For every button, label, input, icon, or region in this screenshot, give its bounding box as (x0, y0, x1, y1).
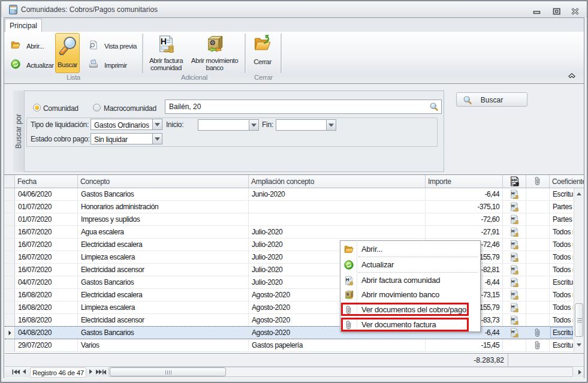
refresh-icon (11, 59, 20, 69)
radio-macrocomunidad[interactable] (93, 104, 101, 111)
next-record-button[interactable] (89, 369, 92, 374)
row-indicator (5, 251, 15, 263)
invoice-icon[interactable] (509, 278, 519, 287)
paperclip-icon[interactable] (533, 340, 542, 350)
imprimir-button[interactable]: Imprimir (89, 59, 140, 73)
scroll-down-icon[interactable] (577, 343, 581, 346)
menu-item[interactable]: Abrir factura comunidad (341, 273, 480, 288)
scroll-left-icon[interactable] (103, 370, 106, 375)
first-record-button[interactable] (12, 369, 20, 375)
horizontal-scroll-thumb[interactable] (110, 367, 226, 376)
vista-previa-button[interactable]: Vista previa (89, 40, 140, 53)
actualizar-button[interactable]: Actualizar (11, 59, 58, 73)
cell-coeficiente: Todos m (550, 314, 573, 326)
cerrar-button[interactable]: Cerrar (245, 33, 281, 73)
menu-item[interactable]: Abrir movimiento banco (341, 288, 480, 302)
table-row[interactable]: 16/07/2020Agua escaleraJulio-2020-27,91T… (5, 226, 573, 239)
cell-factura (503, 251, 526, 263)
fin-select[interactable] (276, 119, 336, 131)
column-header-factura[interactable] (503, 175, 526, 188)
estado-cobro-pago-select[interactable]: Sin liquidar (91, 133, 162, 144)
table-row[interactable]: 16/08/2020Electricidad escaleraAgosto-20… (5, 289, 573, 301)
buscar-por-side-tab[interactable]: Buscar por (13, 91, 25, 172)
cell-coeficiente: Todos m (550, 264, 573, 276)
invoice-icon[interactable] (509, 252, 519, 262)
cell-concepto: Electricidad escalera (78, 289, 249, 301)
group-separator (281, 34, 282, 73)
column-header-fecha[interactable]: Fecha (15, 175, 78, 188)
row-indicator (5, 327, 15, 339)
cell-concepto: Gastos Bancarios (78, 276, 249, 288)
cell-concepto: Electricidad escalera (78, 239, 249, 251)
cell-clip (526, 226, 550, 238)
minimize-button[interactable] (532, 8, 542, 15)
vertical-scrollbar[interactable] (574, 188, 584, 352)
scroll-right-icon[interactable] (578, 370, 581, 375)
table-row[interactable]: 16/07/2020Limpieza escaleraJulio-2020-15… (5, 251, 573, 264)
grid-summary-row: -8.283,82 (5, 353, 584, 366)
invoice-icon[interactable] (509, 290, 519, 300)
table-row[interactable]: 16/08/2020Electricidad ascensorAgosto-20… (5, 314, 573, 327)
table-row[interactable]: 16/07/2020Electricidad escaleraJulio-202… (5, 239, 573, 251)
ribbon-group-label-lista: Lista (5, 74, 142, 82)
buscar-button[interactable]: Buscar (456, 92, 527, 107)
tipo-liquidacion-select[interactable]: Gastos Ordinarios (91, 119, 162, 130)
magnifier-icon (58, 36, 77, 55)
inicio-select[interactable] (198, 119, 259, 131)
close-button[interactable] (570, 8, 580, 15)
column-header-importe[interactable]: Importe (426, 175, 503, 188)
table-row[interactable]: 04/07/2020Gastos BancariosJulio-2020-6,4… (5, 276, 573, 289)
menu-item[interactable]: Abrir... (341, 242, 480, 257)
community-search-input[interactable]: Bailén, 20 (165, 99, 442, 114)
table-row[interactable]: 01/07/2020Impresos y suplidos-72,60Parte… (5, 213, 573, 226)
invoice-icon[interactable] (509, 227, 519, 237)
column-header-clip[interactable] (526, 175, 550, 188)
abrir-factura-button[interactable]: Abrir factura comunidad (142, 33, 190, 73)
abrir-button[interactable]: Abrir... (11, 40, 58, 53)
buscar-ribbon-button[interactable]: Buscar (55, 33, 80, 73)
scroll-up-icon[interactable] (577, 192, 581, 195)
cell-factura (503, 301, 526, 313)
table-row[interactable]: 16/08/2020Limpieza escaleraAgosto-2020-1… (5, 301, 573, 314)
invoice-icon[interactable] (509, 265, 519, 275)
menu-item-label: Abrir movimiento banco (361, 290, 439, 299)
invoice-icon[interactable] (509, 240, 519, 249)
table-row[interactable]: 01/07/2020Honorarios administración-375,… (5, 201, 573, 213)
dropdown-button[interactable] (326, 120, 336, 130)
column-header-concepto[interactable]: Concepto (78, 175, 249, 188)
tab-principal[interactable]: Principal (5, 19, 42, 32)
table-row[interactable]: 29/07/2020VariosGastos papelería-15,45Es… (5, 339, 573, 352)
menu-item[interactable]: Actualizar (341, 258, 480, 272)
indicator-column-header (5, 175, 15, 188)
table-row-selected[interactable]: 04/08/2020Gastos BancariosAgosto-2020-6,… (5, 326, 573, 339)
table-row[interactable]: 16/07/2020Electricidad ascensorJulio-202… (5, 264, 573, 276)
cell-clip (526, 201, 550, 213)
cell-clip (526, 264, 550, 276)
column-header-coeficiente[interactable]: Coeficiente (550, 175, 584, 188)
title-bar[interactable]: Comunidades: Cobros/Pagos comunitarios (1, 1, 587, 17)
magnifier-small-icon[interactable] (429, 102, 439, 111)
abrir-movimiento-button[interactable]: Abrir movimiento banco (186, 33, 243, 73)
dropdown-button[interactable] (249, 120, 258, 130)
invoice-icon[interactable] (509, 315, 519, 325)
vertical-scroll-thumb[interactable] (575, 303, 583, 337)
radio-comunidad[interactable] (33, 104, 41, 111)
cell-clip (526, 327, 550, 339)
dropdown-button[interactable] (152, 134, 162, 144)
invoice-icon[interactable] (509, 215, 519, 224)
invoice-icon[interactable] (509, 202, 519, 212)
invoice-icon[interactable] (509, 303, 519, 312)
paperclip-icon[interactable] (533, 328, 542, 337)
close-folder-icon (254, 35, 272, 53)
column-header-ampliacion[interactable]: Ampliación concepto (249, 175, 426, 188)
invoice-icon[interactable] (509, 189, 519, 199)
previous-record-button[interactable] (23, 369, 26, 374)
horizontal-scrollbar[interactable] (108, 367, 584, 378)
dropdown-button[interactable] (152, 119, 162, 129)
invoice-icon[interactable] (509, 328, 519, 337)
table-row[interactable]: 04/06/2020Gastos BancariosJunio-2020-6,4… (5, 188, 573, 201)
cell-fecha: 29/07/2020 (15, 339, 78, 351)
cell-clip (526, 213, 550, 225)
chevron-up-icon[interactable] (568, 73, 575, 79)
restore-button[interactable] (551, 8, 562, 15)
